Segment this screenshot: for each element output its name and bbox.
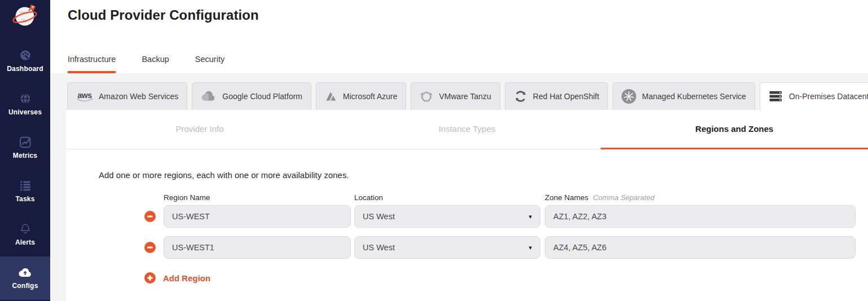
subtab-regions-zones[interactable]: Regions and Zones [601,110,868,149]
tab-backup[interactable]: Backup [142,55,169,73]
dashboard-gauge-icon [19,48,32,62]
grid-header-row: Region Name Location Zone NamesComma Sep… [144,193,856,202]
app-window: Dashboard Universes Metrics [0,0,868,301]
location-select-value: US West [363,212,395,221]
provider-tab-kubernetes[interactable]: Managed Kubernetes Service [613,82,755,110]
add-region-label: Add Region [163,273,210,283]
sidebar-item-label: Universes [8,108,42,116]
provider-tab-label: VMware Tanzu [439,92,491,101]
chevron-down-icon: ▾ [528,213,532,220]
provider-tab-azure[interactable]: Microsoft Azure [316,82,406,110]
cloud-upload-icon [18,265,33,279]
sidebar-item-label: Metrics [13,152,37,160]
page-header: Cloud Provider Configuration Infrastruct… [50,0,868,73]
region-name-input[interactable] [164,236,351,259]
provider-tab-tanzu[interactable]: VMware Tanzu [411,82,500,110]
planet-rocket-logo-icon [11,2,40,31]
sidebar-item-label: Alerts [15,238,35,246]
provider-tab-label: Managed Kubernetes Service [642,92,746,101]
location-select[interactable]: US West ▾ [354,205,540,228]
zone-names-label: Zone Names [545,193,588,202]
provider-tab-aws[interactable]: aws Amazon Web Services [67,82,187,110]
column-header-location: Location [354,193,540,202]
tab-security[interactable]: Security [195,55,224,73]
form-instruction: Add one or more regions, each with one o… [99,170,868,180]
sidebar-item-metrics[interactable]: Metrics [0,126,50,170]
column-header-region-name: Region Name [164,193,351,202]
sidebar-item-universes[interactable]: Universes [0,83,50,126]
azure-icon [325,91,337,102]
region-row: US West ▾ [144,236,856,259]
sidebar-item-label: Dashboard [7,65,43,73]
remove-region-button[interactable] [144,211,156,222]
subtab-provider-info[interactable]: Provider Info [66,110,333,149]
sidebar-item-label: Tasks [15,195,34,203]
remove-region-button[interactable] [144,242,156,253]
provider-subtabs: Provider Info Instance Types Regions and… [66,110,868,149]
subtab-instance-types[interactable]: Instance Types [333,110,601,149]
bell-icon [19,222,32,236]
regions-form: Add one or more regions, each with one o… [66,149,868,284]
sidebar-item-label: Configs [12,282,38,290]
provider-tab-label: On-Premises Datacenters [789,92,868,101]
provider-tab-label: Red Hat OpenShift [533,92,600,101]
provider-panel: Provider Info Instance Types Regions and… [66,110,868,301]
app-logo[interactable] [0,0,50,39]
tasks-list-icon [19,179,32,192]
server-stack-icon [769,90,783,103]
provider-tabs: aws Amazon Web Services [67,82,868,110]
plus-icon [144,272,156,284]
main-area: Cloud Provider Configuration Infrastruct… [50,0,868,301]
zone-names-input[interactable] [545,236,856,259]
zone-names-input[interactable] [545,205,856,228]
sidebar-item-configs[interactable]: Configs [0,256,50,300]
aws-icon: aws [76,91,93,102]
zone-names-hint: Comma Separated [593,193,654,202]
sidebar-item-alerts[interactable]: Alerts [0,213,50,256]
globe-icon [19,92,32,105]
page-title: Cloud Provider Configuration [68,7,868,23]
main-tabs: Infrastructure Backup Security [68,55,224,73]
tab-infrastructure[interactable]: Infrastructure [68,55,116,73]
provider-tab-openshift[interactable]: Red Hat OpenShift [505,82,609,110]
region-row: US West ▾ [144,205,856,228]
provider-tab-gcp[interactable]: Google Cloud Platform [192,82,311,110]
regions-grid: Region Name Location Zone NamesComma Sep… [66,193,868,259]
column-header-zone-names: Zone NamesComma Separated [545,193,856,202]
chevron-down-icon: ▾ [528,244,532,251]
gcp-cloud-icon [201,91,217,102]
provider-tab-label: Amazon Web Services [99,92,178,101]
kubernetes-helm-icon [622,89,636,104]
content-area: aws Amazon Web Services [50,73,868,301]
region-name-input[interactable] [164,205,351,228]
provider-tab-onprem[interactable]: On-Premises Datacenters [760,82,868,110]
sidebar-item-dashboard[interactable]: Dashboard [0,39,50,83]
sidebar: Dashboard Universes Metrics [0,0,50,301]
openshift-icon [514,90,527,103]
metrics-chart-icon [19,135,32,149]
add-region-button[interactable]: Add Region [66,272,210,284]
sidebar-item-tasks[interactable]: Tasks [0,170,50,213]
vmware-tanzu-icon [420,90,433,103]
provider-tab-label: Google Cloud Platform [222,92,302,101]
location-select-value: US West [363,243,395,252]
provider-tab-label: Microsoft Azure [343,92,397,101]
location-select[interactable]: US West ▾ [354,236,540,259]
